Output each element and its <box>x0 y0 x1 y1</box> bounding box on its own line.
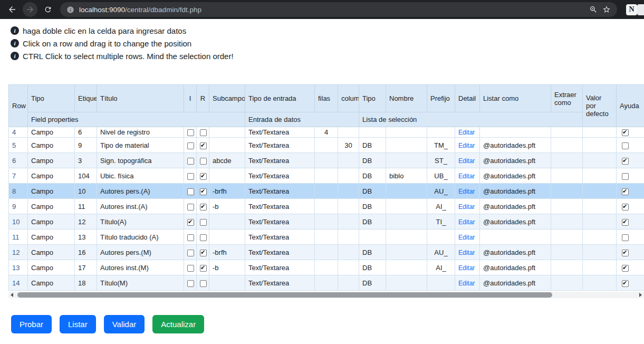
tipo-cell[interactable]: Campo <box>28 168 75 184</box>
nombre-cell[interactable] <box>386 275 427 291</box>
editar-link[interactable]: Editar <box>458 264 475 272</box>
nombre-cell[interactable] <box>386 138 427 153</box>
columnas-cell[interactable] <box>338 199 359 214</box>
valor-defecto-cell[interactable] <box>583 245 617 260</box>
back-button[interactable] <box>5 2 20 17</box>
checkbox-i[interactable] <box>187 158 194 165</box>
checkbox-ayuda[interactable] <box>622 219 629 226</box>
scrollbar-thumb[interactable] <box>17 292 552 298</box>
subcampos-cell[interactable]: abcde <box>209 153 245 168</box>
checkbox-r[interactable] <box>200 204 207 211</box>
etiqueta-cell[interactable]: 104 <box>75 168 97 184</box>
listar-como-cell[interactable]: @autoridades.pft <box>480 275 551 291</box>
titulo-cell[interactable]: Autores inst.(A) <box>97 199 184 214</box>
titulo-cell[interactable]: Ubic. física <box>97 168 184 184</box>
valor-defecto-cell[interactable] <box>583 230 617 245</box>
checkbox-i-cell[interactable] <box>184 230 197 245</box>
checkbox-r-cell[interactable] <box>197 230 209 245</box>
tipo-lista-cell[interactable]: DB <box>359 184 386 199</box>
checkbox-r-cell[interactable] <box>197 260 209 275</box>
nombre-cell[interactable]: biblo <box>386 168 427 184</box>
etiqueta-cell[interactable]: 12 <box>75 214 97 230</box>
checkbox-ayuda-cell[interactable] <box>617 275 644 291</box>
tipo-entrada-cell[interactable]: Text/Textarea <box>245 184 315 199</box>
filas-cell[interactable] <box>315 153 338 168</box>
checkbox-ayuda[interactable] <box>622 129 629 136</box>
extraer-como-cell[interactable] <box>551 153 583 168</box>
subcampos-cell[interactable]: -b <box>209 260 245 275</box>
tipo-entrada-cell[interactable]: Text/Textarea <box>245 275 315 291</box>
columnas-cell[interactable] <box>338 168 359 184</box>
checkbox-ayuda[interactable] <box>622 250 629 256</box>
valor-defecto-cell[interactable] <box>583 184 617 199</box>
tipo-lista-cell[interactable]: DB <box>359 168 386 184</box>
checkbox-i[interactable] <box>187 142 194 149</box>
prefijo-cell[interactable] <box>427 230 455 245</box>
detail-cell[interactable]: Editar <box>455 153 480 168</box>
checkbox-r[interactable] <box>200 219 207 226</box>
checkbox-ayuda[interactable] <box>622 158 629 165</box>
titulo-cell[interactable]: Autores pers.(A) <box>97 184 184 199</box>
tipo-cell[interactable]: Campo <box>28 214 75 230</box>
listar-como-cell[interactable]: @autoridades.pft <box>480 245 551 260</box>
nombre-cell[interactable] <box>386 260 427 275</box>
titulo-cell[interactable]: Nivel de registro <box>97 127 184 138</box>
checkbox-i[interactable] <box>187 173 194 180</box>
checkbox-r-cell[interactable] <box>197 153 209 168</box>
tipo-cell[interactable]: Campo <box>28 199 75 214</box>
extension-icon-partial[interactable] <box>637 4 644 15</box>
bookmark-star-icon[interactable] <box>602 5 611 14</box>
valor-defecto-cell[interactable] <box>583 214 617 230</box>
table-row[interactable]: 4Campo6Nivel de registroText/Textarea4Ed… <box>9 127 644 138</box>
extension-icon-n[interactable]: N <box>626 4 637 15</box>
row-number-cell[interactable]: 12 <box>9 245 28 260</box>
listar-como-cell[interactable] <box>480 230 551 245</box>
tipo-cell[interactable]: Campo <box>28 184 75 199</box>
checkbox-i-cell[interactable] <box>184 138 197 153</box>
subcampos-cell[interactable] <box>209 230 245 245</box>
prefijo-cell[interactable]: AI_ <box>427 199 455 214</box>
checkbox-ayuda[interactable] <box>622 173 629 180</box>
row-number-cell[interactable]: 5 <box>9 138 28 153</box>
tipo-entrada-cell[interactable]: Text/Textarea <box>245 127 315 138</box>
zoom-icon[interactable] <box>589 5 598 14</box>
scrollbar-track[interactable] <box>15 292 637 298</box>
tipo-cell[interactable]: Campo <box>28 260 75 275</box>
tipo-entrada-cell[interactable]: Text/Textarea <box>245 245 315 260</box>
prefijo-cell[interactable] <box>427 275 455 291</box>
etiqueta-cell[interactable]: 18 <box>75 275 97 291</box>
tipo-lista-cell[interactable]: DB <box>359 153 386 168</box>
checkbox-i[interactable] <box>187 234 194 241</box>
listar-como-cell[interactable]: @autoridades.pft <box>480 153 551 168</box>
extraer-como-cell[interactable] <box>551 168 583 184</box>
row-number-cell[interactable]: 4 <box>9 127 28 138</box>
horizontal-scrollbar[interactable] <box>8 292 644 298</box>
prefijo-cell[interactable]: AU_ <box>427 245 455 260</box>
nombre-cell[interactable] <box>386 199 427 214</box>
checkbox-ayuda-cell[interactable] <box>617 214 644 230</box>
checkbox-ayuda-cell[interactable] <box>617 260 644 275</box>
checkbox-ayuda-cell[interactable] <box>617 184 644 199</box>
checkbox-ayuda-cell[interactable] <box>617 153 644 168</box>
subcampos-cell[interactable] <box>209 275 245 291</box>
listar-como-cell[interactable]: @autoridades.pft <box>480 138 551 153</box>
checkbox-ayuda[interactable] <box>622 280 629 287</box>
subcampos-cell[interactable] <box>209 127 245 138</box>
checkbox-r-cell[interactable] <box>197 184 209 199</box>
tipo-cell[interactable]: Campo <box>28 138 75 153</box>
editar-link[interactable]: Editar <box>458 188 475 195</box>
checkbox-i-cell[interactable] <box>184 168 197 184</box>
table-row[interactable]: 9Campo11Autores inst.(A)-bText/TextareaD… <box>9 199 644 214</box>
checkbox-r-cell[interactable] <box>197 214 209 230</box>
checkbox-ayuda-cell[interactable] <box>617 138 644 153</box>
filas-cell[interactable] <box>315 214 338 230</box>
tipo-lista-cell[interactable] <box>359 127 386 138</box>
checkbox-ayuda[interactable] <box>622 204 629 211</box>
titulo-cell[interactable]: Autores pers.(M) <box>97 245 184 260</box>
valor-defecto-cell[interactable] <box>583 127 617 138</box>
tipo-cell[interactable]: Campo <box>28 153 75 168</box>
checkbox-r[interactable] <box>200 250 207 256</box>
nombre-cell[interactable] <box>386 184 427 199</box>
filas-cell[interactable] <box>315 275 338 291</box>
columnas-cell[interactable]: 30 <box>338 138 359 153</box>
